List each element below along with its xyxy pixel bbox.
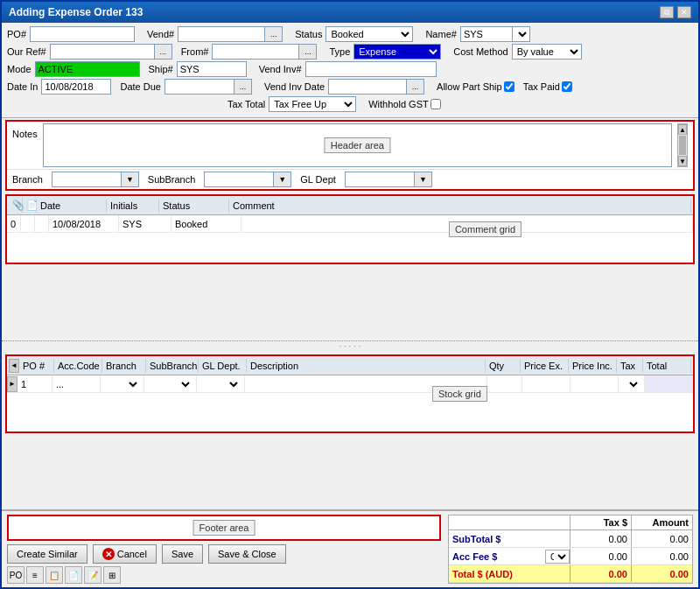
datedue-input[interactable] — [164, 79, 234, 95]
stock-cell-tax[interactable] — [619, 375, 645, 392]
gldept-dots-button[interactable]: ▼ — [415, 172, 432, 187]
vendinvdate-dots-button[interactable]: ... — [407, 79, 424, 95]
toolbar-po-button[interactable]: PO — [7, 566, 24, 584]
notes-label: Notes — [12, 123, 38, 139]
costmethod-select[interactable]: By valueBy quantity — [512, 44, 582, 60]
notes-scrollbar[interactable]: ▲ ▼ — [677, 123, 688, 167]
stock-gldept-select[interactable] — [200, 376, 241, 392]
notes-textarea[interactable] — [43, 123, 672, 167]
datein-input[interactable] — [41, 79, 111, 95]
taxtotal-select[interactable]: Tax Free UpTax ExclusiveTax Inclusive — [269, 96, 356, 112]
comment-cell-comment[interactable] — [242, 215, 693, 232]
save-button[interactable]: Save — [162, 544, 203, 564]
datedue-dots-button[interactable]: ... — [234, 79, 252, 95]
save-close-button[interactable]: Save & Close — [208, 544, 286, 564]
total-tax-value: 0.00 — [570, 565, 631, 582]
close-button[interactable]: ✕ — [677, 6, 691, 18]
subbranch-dots-button[interactable]: ▼ — [274, 172, 291, 187]
status-label: Status — [295, 29, 322, 39]
stock-cell-po: 1 — [18, 375, 52, 392]
stock-branch-select[interactable] — [104, 376, 140, 392]
cancel-icon: ✕ — [102, 548, 115, 560]
stock-cell-subbranch[interactable] — [144, 375, 197, 392]
subtotal-tax-value: 0.00 — [570, 530, 631, 547]
comment-col-date: Date — [37, 199, 107, 213]
form-row-5: Tax Total Tax Free UpTax ExclusiveTax In… — [7, 96, 693, 112]
toolbar-more-button[interactable]: ⊞ — [103, 566, 121, 584]
costmethod-label: Cost Method — [453, 46, 508, 57]
subbranch-input[interactable] — [204, 172, 274, 187]
branch-dots-button[interactable]: ▼ — [122, 172, 139, 187]
from-input[interactable] — [212, 44, 299, 60]
datedue-label: Date Due — [120, 81, 160, 92]
form-area: PO# 133 Vend# ... Status BookedOpenClose… — [2, 23, 698, 118]
vend-input[interactable] — [178, 26, 265, 42]
ourref-input[interactable] — [50, 44, 155, 60]
subtotal-row: SubTotal $ 0.00 0.00 — [449, 530, 692, 548]
window-controls: ⧉ ✕ — [660, 6, 691, 18]
accfee-row: Acc Fee $ GN 0.00 0.00 — [449, 548, 692, 565]
stock-col-po: PO # — [19, 359, 54, 373]
vendinv-input[interactable] — [305, 61, 437, 77]
branch-input[interactable] — [52, 172, 122, 187]
vendinvdate-input[interactable] — [328, 79, 407, 95]
scroll-up-arrow[interactable]: ▲ — [678, 124, 687, 135]
withholdgst-checkbox[interactable] — [430, 99, 441, 109]
accfee-g-select[interactable]: GN — [545, 550, 570, 564]
scroll-thumb[interactable] — [679, 136, 686, 155]
name-field-group — [460, 26, 530, 42]
stock-col-subbranch: SubBranch — [146, 359, 199, 373]
stock-subbranch-select[interactable] — [148, 376, 192, 392]
total-row: Total $ (AUD) 0.00 0.00 — [449, 565, 692, 583]
branch-field-group: ▼ — [52, 172, 139, 187]
cancel-button[interactable]: ✕ Cancel — [93, 544, 157, 564]
notes-section: Notes Header area ▲ ▼ Branch ▼ SubBranch — [5, 120, 695, 191]
stock-cell-qty — [487, 375, 522, 392]
toolbar-list-button[interactable]: ≡ — [26, 566, 44, 584]
allowpartship-group: Allow Part Ship — [437, 81, 514, 92]
status-select[interactable]: BookedOpenClosed — [326, 26, 413, 42]
vend-label: Vend# — [147, 29, 174, 39]
toolbar-copy-button[interactable]: 📋 — [46, 566, 63, 584]
stock-nav-left[interactable]: ◄ — [9, 359, 19, 373]
stock-tax-select[interactable] — [622, 376, 640, 392]
subtotal-label: SubTotal $ — [449, 534, 570, 544]
po-input[interactable]: 133 — [30, 26, 135, 42]
type-select[interactable]: ExpenseStock — [354, 44, 441, 60]
comment-cell-doc — [35, 215, 49, 232]
taxpaid-label: Tax Paid — [523, 81, 560, 92]
comment-cell-num: 0 — [7, 215, 21, 232]
toolbar-paste-button[interactable]: 📄 — [65, 566, 82, 584]
comment-cell-attach — [21, 215, 35, 232]
accfee-label: Acc Fee $ — [449, 551, 545, 562]
footer-left: Footer area Create Similar ✕ Cancel Save… — [7, 515, 441, 584]
toolbar-row: PO ≡ 📋 📄 📝 ⊞ — [7, 566, 441, 584]
tax-col-header: Tax $ — [570, 515, 631, 529]
gldept-input[interactable] — [345, 172, 415, 187]
create-similar-button[interactable]: Create Similar — [7, 544, 88, 564]
branch-row: Branch ▼ SubBranch ▼ GL Dept ▼ — [7, 169, 693, 189]
stock-cell-desc[interactable] — [245, 375, 487, 392]
mode-input[interactable] — [35, 61, 140, 77]
name-select[interactable] — [513, 26, 530, 42]
allowpartship-checkbox[interactable] — [504, 81, 514, 92]
vend-dots-button[interactable]: ... — [265, 26, 283, 42]
stock-cell-gldept[interactable] — [197, 375, 245, 392]
stock-row-nav[interactable]: ► — [7, 376, 18, 392]
form-row-3: Mode Ship# Vend Inv# — [7, 61, 693, 77]
taxpaid-checkbox[interactable] — [562, 81, 572, 92]
stock-cell-total — [645, 375, 693, 392]
stock-col-priceex: Price Ex. — [521, 359, 569, 373]
footer-placeholder: Footer area — [193, 520, 256, 536]
stock-cell-branch[interactable] — [101, 375, 144, 392]
comment-grid: 📎 📄 Date Initials Status Comment 0 10/08… — [5, 194, 695, 264]
table-row: ► 1 ... — [7, 375, 693, 393]
restore-button[interactable]: ⧉ — [660, 6, 674, 18]
ourref-dots-button[interactable]: ... — [155, 44, 172, 60]
name-input[interactable] — [460, 26, 513, 42]
ship-input[interactable] — [177, 61, 247, 77]
toolbar-doc-button[interactable]: 📝 — [84, 566, 102, 584]
scroll-down-arrow[interactable]: ▼ — [678, 156, 687, 166]
from-dots-button[interactable]: ... — [299, 44, 317, 60]
mode-label: Mode — [7, 64, 32, 74]
